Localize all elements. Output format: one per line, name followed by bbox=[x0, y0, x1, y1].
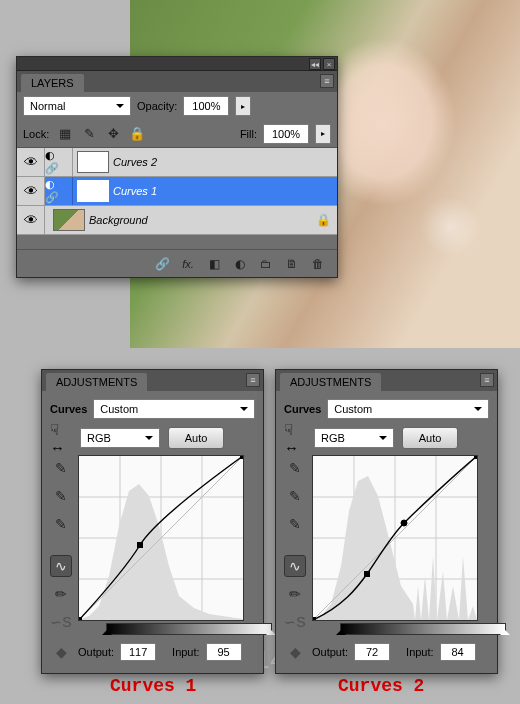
visibility-toggle[interactable]: 👁 bbox=[17, 206, 45, 234]
layers-panel: ◂◂ × LAYERS ≡ Normal Opacity: 100% ▸ Loc… bbox=[16, 56, 338, 278]
preset-value: Custom bbox=[334, 403, 372, 415]
caption-curves2: Curves 2 bbox=[338, 676, 424, 696]
fill-input[interactable]: 100% bbox=[263, 124, 309, 144]
eye-icon: 👁 bbox=[24, 154, 38, 170]
smooth-curve-icon[interactable]: ∽S bbox=[284, 611, 306, 633]
output-label: Output: bbox=[78, 646, 114, 658]
lock-position-icon[interactable]: ✥ bbox=[103, 124, 123, 144]
curve-point-tool-icon[interactable]: ∿ bbox=[50, 555, 72, 577]
close-icon[interactable]: × bbox=[323, 58, 335, 70]
output-input[interactable]: 72 bbox=[354, 643, 390, 661]
blend-mode-select[interactable]: Normal bbox=[23, 96, 131, 116]
svg-rect-20 bbox=[474, 456, 477, 459]
input-gradient[interactable] bbox=[340, 623, 506, 635]
white-eyedropper-icon[interactable]: ✎ bbox=[284, 513, 306, 535]
input-input[interactable]: 95 bbox=[206, 643, 242, 661]
adjustment-layer-icon[interactable]: ◐ bbox=[231, 255, 249, 273]
new-layer-icon[interactable]: 🗎 bbox=[283, 255, 301, 273]
clip-icon[interactable]: ◆ bbox=[284, 641, 306, 663]
panel-menu-icon[interactable]: ≡ bbox=[246, 373, 260, 387]
opacity-input[interactable]: 100% bbox=[183, 96, 229, 116]
panel-menu-icon[interactable]: ≡ bbox=[320, 74, 334, 88]
layer-name[interactable]: Curves 1 bbox=[113, 185, 337, 197]
svg-rect-7 bbox=[79, 617, 82, 620]
opacity-value: 100% bbox=[192, 100, 220, 112]
adjustments-panel-1: ADJUSTMENTS ≡ Curves Custom ☟↔ RGB Auto … bbox=[41, 369, 264, 674]
targeted-adjust-icon[interactable]: ☟↔ bbox=[50, 427, 72, 449]
layer-row[interactable]: 👁 Background 🔒 bbox=[17, 206, 337, 235]
lock-pixels-icon[interactable]: ✎ bbox=[79, 124, 99, 144]
tab-layers[interactable]: LAYERS bbox=[21, 74, 84, 92]
preset-value: Custom bbox=[100, 403, 138, 415]
auto-button[interactable]: Auto bbox=[168, 427, 224, 449]
white-eyedropper-icon[interactable]: ✎ bbox=[50, 513, 72, 535]
visibility-toggle[interactable]: 👁 bbox=[17, 177, 45, 205]
channel-value: RGB bbox=[321, 432, 345, 444]
output-input[interactable]: 117 bbox=[120, 643, 156, 661]
smooth-curve-icon[interactable]: ∽S bbox=[50, 611, 72, 633]
lock-all-icon[interactable]: 🔒 bbox=[127, 124, 147, 144]
panel-tabs: ADJUSTMENTS ≡ bbox=[42, 370, 263, 391]
layers-footer: 🔗 fx. ◧ ◐ 🗀 🗎 🗑 bbox=[17, 249, 337, 277]
gray-eyedropper-icon[interactable]: ✎ bbox=[284, 485, 306, 507]
curve-point-tool-icon[interactable]: ∿ bbox=[284, 555, 306, 577]
curve-tools: ✎ ✎ ✎ ∿ ✏ ∽S bbox=[284, 455, 306, 635]
curve-pencil-tool-icon[interactable]: ✏ bbox=[50, 583, 72, 605]
black-eyedropper-icon[interactable]: ✎ bbox=[50, 457, 72, 479]
opacity-flyout-icon[interactable]: ▸ bbox=[235, 96, 251, 116]
opacity-label: Opacity: bbox=[137, 100, 177, 112]
black-eyedropper-icon[interactable]: ✎ bbox=[284, 457, 306, 479]
curve-pencil-tool-icon[interactable]: ✏ bbox=[284, 583, 306, 605]
layer-name[interactable]: Curves 2 bbox=[113, 156, 337, 168]
fill-label: Fill: bbox=[240, 128, 257, 140]
clip-icon[interactable]: ◆ bbox=[50, 641, 72, 663]
output-label: Output: bbox=[312, 646, 348, 658]
eye-icon: 👁 bbox=[24, 212, 38, 228]
targeted-adjust-icon[interactable]: ☟↔ bbox=[284, 427, 306, 449]
delete-layer-icon[interactable]: 🗑 bbox=[309, 255, 327, 273]
layer-mask-thumb[interactable] bbox=[77, 151, 109, 173]
layer-name[interactable]: Background bbox=[89, 214, 309, 226]
svg-rect-8 bbox=[137, 542, 143, 548]
fill-flyout-icon[interactable]: ▸ bbox=[315, 124, 331, 144]
panel-titlebar: ◂◂ × bbox=[17, 57, 337, 71]
gray-eyedropper-icon[interactable]: ✎ bbox=[50, 485, 72, 507]
layer-mask-icon[interactable]: ◧ bbox=[205, 255, 223, 273]
layer-row[interactable]: 👁 ◐ 🔗 Curves 2 bbox=[17, 148, 337, 177]
lock-transparent-icon[interactable]: ▦ bbox=[55, 124, 75, 144]
channel-select[interactable]: RGB bbox=[314, 428, 394, 448]
link-layers-icon[interactable]: 🔗 bbox=[153, 255, 171, 273]
preset-select[interactable]: Custom bbox=[93, 399, 255, 419]
input-gradient[interactable] bbox=[106, 623, 272, 635]
fill-value: 100% bbox=[272, 128, 300, 140]
tab-adjustments[interactable]: ADJUSTMENTS bbox=[46, 373, 147, 391]
adjustments-panel-2: ADJUSTMENTS ≡ Curves Custom ☟↔ RGB Auto … bbox=[275, 369, 498, 674]
channel-select[interactable]: RGB bbox=[80, 428, 160, 448]
layer-mask-thumb[interactable] bbox=[77, 180, 109, 202]
panel-menu-icon[interactable]: ≡ bbox=[480, 373, 494, 387]
caption-curves1: Curves 1 bbox=[110, 676, 196, 696]
curve-tools: ✎ ✎ ✎ ∿ ✏ ∽S bbox=[50, 455, 72, 635]
group-icon[interactable]: 🗀 bbox=[257, 255, 275, 273]
preset-select[interactable]: Custom bbox=[327, 399, 489, 419]
adjustment-type-label: Curves bbox=[50, 403, 87, 415]
svg-rect-9 bbox=[240, 456, 243, 459]
layer-thumb[interactable] bbox=[53, 209, 85, 231]
adjustment-icon: ◐ 🔗 bbox=[45, 148, 73, 176]
auto-button[interactable]: Auto bbox=[402, 427, 458, 449]
tab-adjustments[interactable]: ADJUSTMENTS bbox=[280, 373, 381, 391]
curve-graph[interactable] bbox=[312, 455, 478, 621]
layer-list: 👁 ◐ 🔗 Curves 2 👁 ◐ 🔗 Curves 1 👁 Backgrou… bbox=[17, 148, 337, 249]
layer-row[interactable]: 👁 ◐ 🔗 Curves 1 bbox=[17, 177, 337, 206]
input-label: Input: bbox=[172, 646, 200, 658]
adjustment-type-label: Curves bbox=[284, 403, 321, 415]
svg-point-19 bbox=[401, 520, 407, 526]
curve-graph[interactable] bbox=[78, 455, 244, 621]
collapse-icon[interactable]: ◂◂ bbox=[309, 58, 321, 70]
adjustment-icon: ◐ 🔗 bbox=[45, 177, 73, 205]
visibility-toggle[interactable]: 👁 bbox=[17, 148, 45, 176]
input-input[interactable]: 84 bbox=[440, 643, 476, 661]
eye-icon: 👁 bbox=[24, 183, 38, 199]
lock-label: Lock: bbox=[23, 128, 49, 140]
layer-style-icon[interactable]: fx. bbox=[179, 255, 197, 273]
